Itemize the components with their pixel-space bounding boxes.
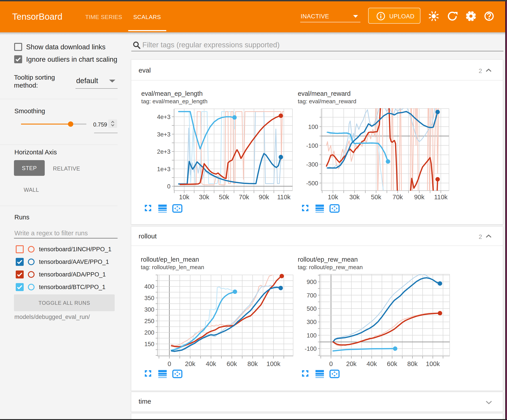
svg-text:100k: 100k [426, 360, 440, 367]
svg-text:250: 250 [144, 318, 154, 324]
svg-text:150: 150 [144, 341, 154, 347]
svg-text:-100: -100 [305, 345, 317, 352]
svg-text:500: 500 [307, 305, 317, 312]
svg-text:60k: 60k [387, 360, 397, 367]
svg-text:100k: 100k [267, 360, 281, 367]
svg-text:20k: 20k [346, 360, 357, 367]
svg-text:40k: 40k [367, 360, 377, 367]
svg-text:20k: 20k [185, 360, 196, 367]
svg-text:100: 100 [307, 332, 317, 339]
svg-text:80k: 80k [407, 360, 418, 367]
svg-text:80k: 80k [247, 360, 258, 367]
svg-text:400: 400 [144, 283, 154, 290]
svg-text:300: 300 [307, 319, 317, 325]
svg-text:700: 700 [307, 292, 317, 299]
svg-text:900: 900 [307, 279, 317, 285]
svg-text:40k: 40k [206, 360, 216, 367]
svg-text:0: 0 [168, 360, 171, 367]
svg-text:60k: 60k [227, 360, 237, 367]
svg-text:300: 300 [144, 306, 154, 313]
svg-text:200: 200 [144, 329, 154, 336]
svg-text:350: 350 [144, 295, 154, 302]
svg-text:0: 0 [329, 360, 333, 367]
